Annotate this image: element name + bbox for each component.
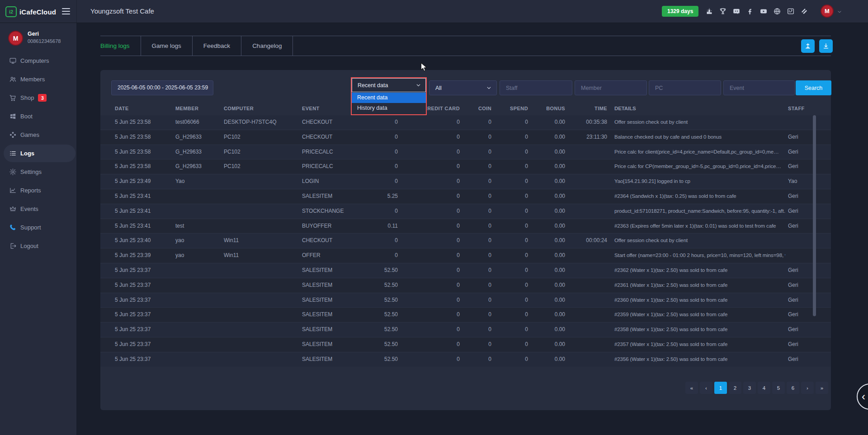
date-range-input[interactable]: 2025-06-05 00:00 - 2025-06-05 23:59 bbox=[111, 80, 213, 95]
youtube-icon[interactable] bbox=[760, 7, 768, 15]
dropdown-option-history-data[interactable]: History data bbox=[352, 103, 426, 113]
pc-input[interactable] bbox=[649, 80, 721, 95]
cell: product_id:571018271, product_name:Sandw… bbox=[607, 204, 785, 219]
page-button-6[interactable]: 6 bbox=[787, 382, 799, 394]
cell: 0 bbox=[460, 145, 491, 159]
sidebar-item-computers[interactable]: Computers bbox=[0, 51, 76, 70]
dropdown-option-recent-data[interactable]: Recent data bbox=[352, 93, 426, 103]
tab-game-logs[interactable]: Game logs bbox=[141, 36, 193, 56]
icafecloud-logo[interactable]: i2 iCafeCloud bbox=[5, 6, 56, 17]
facebook-icon[interactable] bbox=[746, 7, 754, 15]
scrollbar-thumb[interactable] bbox=[813, 115, 816, 316]
cell bbox=[175, 323, 224, 337]
cell: G_H29633 bbox=[175, 130, 224, 145]
sidebar-item-logs[interactable]: Logs bbox=[0, 144, 76, 163]
chevron-down-icon[interactable] bbox=[837, 9, 842, 14]
table-row: 5 Jun 25 23:37SALESITEM52.500000.00#2360… bbox=[100, 293, 831, 308]
sidebar-item-shop[interactable]: Shop 3 bbox=[0, 89, 76, 107]
page-button-item[interactable]: » bbox=[816, 382, 828, 394]
tab-changelog[interactable]: Changelog bbox=[241, 36, 293, 56]
type-select[interactable]: All bbox=[429, 80, 497, 95]
page-button-4[interactable]: 4 bbox=[758, 382, 770, 394]
icafe-icon[interactable] bbox=[787, 7, 795, 15]
search-button[interactable]: Search bbox=[796, 80, 831, 95]
cell bbox=[565, 159, 607, 174]
cell: PRICECALC bbox=[302, 145, 353, 159]
sidebar-item-settings[interactable]: Settings bbox=[0, 163, 76, 181]
cell: 0 bbox=[460, 130, 491, 145]
sidebar-item-logout[interactable]: Logout bbox=[0, 237, 76, 255]
tab-billing-logs[interactable]: Billing logs bbox=[100, 36, 141, 56]
sidebar-item-games[interactable]: Games bbox=[0, 126, 76, 144]
sidebar-item-reports[interactable]: Reports bbox=[0, 181, 76, 200]
member-input[interactable] bbox=[575, 80, 647, 95]
page-button-item[interactable]: « bbox=[685, 382, 698, 394]
table-scrollbar bbox=[813, 115, 816, 367]
cell: 0 bbox=[460, 278, 491, 293]
cell: BUYOFFER bbox=[302, 219, 353, 234]
cell bbox=[175, 352, 224, 367]
table-header-row: DATEMEMBERCOMPUTEREVENTCREDIT CARDCOINSP… bbox=[100, 102, 831, 115]
days-badge-button[interactable]: 1329 days bbox=[662, 6, 698, 17]
column-header-coin: COIN bbox=[460, 102, 491, 115]
data-select[interactable]: Recent data bbox=[352, 78, 426, 92]
staff-input[interactable] bbox=[500, 80, 572, 95]
avatar[interactable]: M bbox=[821, 5, 834, 18]
cell: 0 bbox=[491, 234, 528, 248]
logout-icon bbox=[9, 242, 17, 250]
collapse-handle-button[interactable]: ‹ bbox=[857, 384, 868, 410]
list-icon bbox=[9, 150, 17, 157]
trophy-icon[interactable] bbox=[719, 7, 727, 15]
podium-icon[interactable] bbox=[705, 7, 713, 15]
shop-badge: 3 bbox=[38, 94, 47, 102]
cell: 0 bbox=[398, 130, 460, 145]
youngzsoft-icon[interactable] bbox=[800, 7, 808, 15]
cell: Offer session check out by client bbox=[607, 115, 785, 130]
cell: SALESITEM bbox=[302, 293, 353, 308]
cell: 0 bbox=[460, 204, 491, 219]
cell bbox=[224, 293, 302, 308]
cell: 0.00 bbox=[528, 293, 565, 308]
page-button-1[interactable]: 1 bbox=[714, 382, 727, 394]
cell: Geri bbox=[785, 308, 812, 322]
cell: #2356 (Water x 1)(tax: 2.50) was sold to… bbox=[607, 352, 785, 367]
globe-icon[interactable] bbox=[773, 7, 781, 15]
cell: 0 bbox=[460, 352, 491, 367]
page-button-2[interactable]: 2 bbox=[729, 382, 741, 394]
cell bbox=[565, 323, 607, 337]
cell: 0.00 bbox=[528, 145, 565, 159]
event-input[interactable] bbox=[723, 80, 795, 95]
discord-icon[interactable] bbox=[732, 7, 741, 15]
cell: #2363 (Expires offer 5min later x 1)(tax… bbox=[607, 219, 785, 234]
data-select-menu: Recent dataHistory data bbox=[352, 92, 426, 114]
upload-button[interactable] bbox=[801, 39, 815, 53]
tab-feedback[interactable]: Feedback bbox=[193, 36, 241, 56]
cell: SALESITEM bbox=[302, 323, 353, 337]
sidebar-item-members[interactable]: Members bbox=[0, 70, 76, 89]
sidebar-item-events[interactable]: Events bbox=[0, 200, 76, 218]
cell bbox=[224, 204, 302, 219]
cell: 0 bbox=[353, 248, 398, 263]
cell: 0 bbox=[460, 115, 491, 130]
page-button-3[interactable]: 3 bbox=[743, 382, 756, 394]
cell: 0 bbox=[491, 189, 528, 204]
page-button-item[interactable]: › bbox=[801, 382, 814, 394]
page-button-item[interactable]: ‹ bbox=[700, 382, 712, 394]
sidebar-item-boot[interactable]: Boot bbox=[0, 107, 76, 126]
menu-toggle-icon[interactable] bbox=[62, 8, 70, 16]
cell: LOGIN bbox=[302, 174, 353, 189]
cell: 00:00:24 bbox=[565, 234, 607, 248]
table-row: 5 Jun 25 23:37SALESITEM52.500000.00#2356… bbox=[100, 352, 831, 367]
cell: 0 bbox=[491, 278, 528, 293]
download-button[interactable] bbox=[819, 39, 833, 53]
cell: 0 bbox=[460, 323, 491, 337]
cell: 0 bbox=[460, 174, 491, 189]
sidebar-item-support[interactable]: Support bbox=[0, 218, 76, 237]
sidebar-item-label: Computers bbox=[20, 57, 49, 64]
cell: 0.00 bbox=[528, 234, 565, 248]
user-avatar[interactable]: M bbox=[8, 31, 23, 46]
cell bbox=[565, 337, 607, 352]
cell: 0 bbox=[491, 130, 528, 145]
page-button-5[interactable]: 5 bbox=[772, 382, 785, 394]
cell: 0 bbox=[398, 159, 460, 174]
